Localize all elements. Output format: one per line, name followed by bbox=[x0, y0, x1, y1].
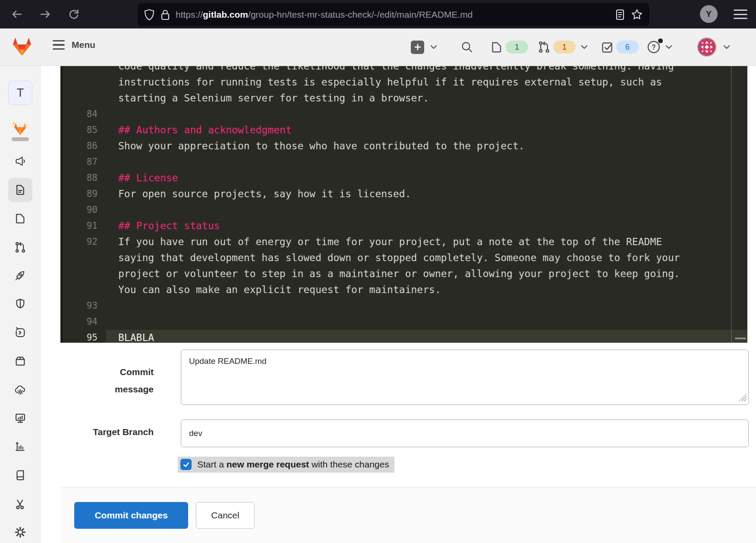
sidebar-item-monitor[interactable] bbox=[8, 406, 32, 430]
forward-button[interactable] bbox=[37, 6, 54, 22]
code-line: 94 bbox=[63, 314, 747, 330]
search-icon bbox=[460, 40, 474, 54]
menu-label: Menu bbox=[72, 40, 95, 50]
deployments-icon bbox=[14, 327, 26, 339]
editor-scroll-marker[interactable] bbox=[735, 338, 746, 339]
sidebar-item-merge-requests[interactable] bbox=[8, 235, 32, 259]
package-icon bbox=[14, 355, 26, 367]
start-merge-request-row: Start a new merge request with these cha… bbox=[178, 457, 394, 473]
code-line: 90 bbox=[63, 202, 747, 218]
screen: https://gitlab.com/group-hn/test-mr-stat… bbox=[0, 0, 756, 543]
code-line: saying that development has slowed down … bbox=[63, 250, 747, 266]
commit-changes-button[interactable]: Commit changes bbox=[74, 502, 188, 529]
code-line: project or volunteer to step in as a mai… bbox=[63, 266, 747, 282]
code-line: instructions for running tests is especi… bbox=[63, 74, 747, 90]
shield-icon bbox=[14, 298, 26, 310]
sidebar-item-security[interactable] bbox=[8, 292, 32, 316]
sidebar-trial-pill bbox=[12, 137, 29, 141]
forward-icon bbox=[39, 8, 52, 21]
user-avatar bbox=[697, 38, 716, 57]
project-sidebar: T bbox=[0, 66, 41, 543]
help-button[interactable]: ? bbox=[646, 28, 672, 66]
chevron-down-icon bbox=[581, 45, 588, 49]
tanuki-sparkle-icon bbox=[11, 121, 29, 136]
code-lines: code quality and reduce the likelihood t… bbox=[63, 66, 747, 343]
issues-icon bbox=[490, 41, 503, 54]
merge-request-icon bbox=[538, 41, 551, 54]
code-line: 91## Project status bbox=[63, 218, 747, 234]
sidebar-item-settings[interactable] bbox=[8, 520, 32, 543]
back-button[interactable] bbox=[9, 6, 25, 22]
gear-icon bbox=[14, 526, 26, 538]
code-line: 86Show your appreciation to those who ha… bbox=[63, 138, 747, 154]
sidebar-item-cicd[interactable] bbox=[8, 263, 32, 287]
sidebar-item-repository[interactable] bbox=[8, 178, 32, 202]
target-branch-label: Target Branch bbox=[59, 427, 154, 437]
reload-button[interactable] bbox=[66, 6, 82, 22]
plus-icon bbox=[411, 41, 424, 54]
scissors-icon bbox=[14, 498, 26, 510]
bookmark-star-icon[interactable] bbox=[630, 8, 643, 21]
code-line: code quality and reduce the likelihood t… bbox=[63, 66, 747, 74]
target-branch-input[interactable] bbox=[181, 420, 749, 447]
menu-button[interactable]: Menu bbox=[53, 40, 95, 50]
todos-count-badge: 6 bbox=[616, 41, 639, 54]
sidebar-item-wiki[interactable] bbox=[8, 463, 32, 487]
start-merge-request-label[interactable]: Start a new merge request with these cha… bbox=[197, 459, 389, 470]
new-item-button[interactable] bbox=[411, 28, 437, 66]
help-icon: ? bbox=[646, 40, 661, 54]
browser-profile-button[interactable]: Y bbox=[700, 5, 718, 23]
commit-message-input[interactable]: Update README.md bbox=[181, 350, 749, 405]
code-line: You can also make an explicit request fo… bbox=[63, 282, 747, 298]
profile-initial: Y bbox=[706, 9, 712, 19]
code-line: 87 bbox=[63, 154, 747, 170]
sidebar-project-avatar[interactable]: T bbox=[8, 81, 32, 105]
code-line: 92If you have run out of energy or time … bbox=[63, 234, 747, 250]
merge-requests-button[interactable]: 1 bbox=[538, 28, 588, 66]
sidebar-item-packages[interactable] bbox=[8, 349, 32, 373]
issues-count-badge: 1 bbox=[506, 41, 528, 54]
todo-check-icon bbox=[601, 41, 614, 54]
gitlab-header: Menu 1 1 bbox=[0, 28, 756, 66]
url-bar[interactable]: https://gitlab.com/group-hn/test-mr-stat… bbox=[138, 3, 649, 26]
sidebar-item-project-information[interactable] bbox=[8, 149, 32, 174]
sidebar-item-deployments[interactable] bbox=[8, 321, 32, 345]
user-menu-button[interactable] bbox=[697, 28, 730, 66]
todos-button[interactable]: 6 bbox=[601, 28, 639, 66]
document-icon bbox=[14, 184, 26, 196]
monitor-icon bbox=[14, 412, 26, 424]
issues-button[interactable]: 1 bbox=[490, 28, 528, 66]
reload-icon bbox=[67, 8, 80, 21]
commit-message-label: Commit message bbox=[102, 363, 154, 398]
sidebar-item-analytics[interactable] bbox=[8, 435, 32, 459]
browser-menu-button[interactable] bbox=[734, 9, 747, 20]
search-button[interactable] bbox=[460, 28, 474, 66]
project-initial: T bbox=[17, 86, 24, 100]
issues-icon bbox=[14, 212, 26, 224]
sidebar-item-snippets[interactable] bbox=[8, 492, 32, 516]
shield-icon bbox=[144, 9, 155, 21]
form-divider bbox=[60, 487, 756, 487]
reader-view-icon[interactable] bbox=[615, 9, 625, 21]
gitlab-logo[interactable] bbox=[11, 36, 33, 57]
url-text: https://gitlab.com/group-hn/test-mr-stat… bbox=[176, 9, 610, 20]
lock-icon bbox=[160, 9, 170, 21]
editor-overview-ruler bbox=[731, 66, 732, 343]
back-icon bbox=[10, 8, 23, 21]
code-line: 95BLABLA bbox=[63, 330, 747, 343]
code-line: 85## Authors and acknowledgment bbox=[63, 122, 747, 138]
bullhorn-icon bbox=[14, 155, 26, 167]
start-merge-request-checkbox[interactable] bbox=[180, 459, 192, 470]
code-line: starting a Selenium server for testing i… bbox=[63, 90, 747, 106]
code-line: 89For open source projects, say how it i… bbox=[63, 186, 747, 202]
notification-dot bbox=[658, 38, 663, 43]
sidebar-item-issues[interactable] bbox=[8, 206, 32, 230]
chevron-down-icon bbox=[665, 45, 672, 49]
code-editor[interactable]: code quality and reduce the likelihood t… bbox=[60, 66, 747, 343]
merge-request-icon bbox=[14, 241, 26, 253]
analytics-icon bbox=[14, 441, 26, 453]
cancel-button[interactable]: Cancel bbox=[196, 502, 255, 529]
chevron-down-icon bbox=[723, 45, 730, 49]
svg-text:?: ? bbox=[652, 44, 656, 51]
sidebar-item-infrastructure[interactable] bbox=[8, 378, 32, 402]
